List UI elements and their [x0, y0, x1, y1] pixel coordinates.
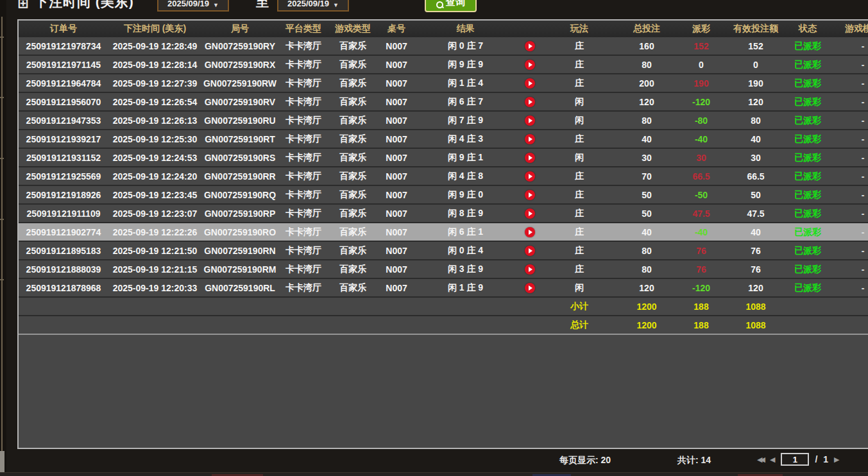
table-row[interactable]: 250919121878968 2025-09-19 12:20:33 GN00…	[19, 278, 868, 296]
cell-game-type: 百家乐	[328, 37, 377, 55]
cell-play-type: 庄	[544, 223, 615, 241]
cell-payout: 30	[679, 149, 724, 166]
table-row[interactable]: 250919121971145 2025-09-19 12:28:14 GN00…	[19, 55, 868, 73]
table-row[interactable]: 250919121939217 2025-09-19 12:25:30 GN00…	[19, 129, 868, 148]
table-row[interactable]: 250919121902774 2025-09-19 12:22:26 GN00…	[19, 222, 868, 241]
column-header: 订单号	[19, 21, 108, 37]
cell-table-no: N007	[377, 37, 416, 55]
page-number-input[interactable]	[781, 453, 809, 466]
cell-round-no: GN007259190RY	[201, 37, 278, 55]
replay-play-icon[interactable]	[525, 134, 535, 144]
cell-platform-type: 卡卡湾厅	[278, 223, 328, 241]
cell-game-mode: -	[828, 186, 868, 203]
cell-total-bet: 40	[615, 223, 679, 241]
query-button[interactable]: 查询	[425, 0, 477, 12]
cell-play-type: 闲	[544, 93, 615, 110]
replay-play-icon[interactable]	[525, 41, 535, 51]
left-edge-tick	[0, 37, 4, 38]
cell-result: 闲 9 庄 1	[416, 149, 515, 166]
cell-payout: -120	[679, 279, 724, 296]
column-header: 派彩	[679, 21, 724, 37]
replay-play-icon[interactable]	[525, 115, 535, 126]
replay-play-icon[interactable]	[525, 246, 535, 256]
table-row[interactable]: 250919121931152 2025-09-19 12:24:53 GN00…	[19, 148, 868, 166]
table-body: 250919121978734 2025-09-19 12:28:49 GN00…	[19, 37, 868, 296]
cell-payout: 152	[679, 37, 724, 55]
date-from-select[interactable]: 2025/09/19 ▼	[157, 0, 229, 12]
table-row[interactable]: 250919121978734 2025-09-19 12:28:49 GN00…	[19, 37, 868, 55]
prev-page-icon[interactable]: ◀	[770, 452, 775, 467]
replay-play-icon[interactable]	[525, 97, 535, 107]
cell-game-mode: -	[828, 130, 868, 148]
replay-play-icon[interactable]	[525, 171, 535, 182]
cell-round-no: GN007259190RP	[201, 205, 278, 222]
cell-play-type: 庄	[544, 167, 615, 185]
column-header: 平台类型	[278, 21, 328, 37]
cell-bet-time: 2025-09-19 12:23:45	[108, 186, 201, 203]
date-to-select[interactable]: 2025/09/19 ▼	[277, 0, 349, 12]
cell-game-type: 百家乐	[328, 242, 377, 259]
total-label: 总计	[544, 316, 615, 334]
cell-play-type: 庄	[544, 205, 615, 222]
replay-play-icon[interactable]	[525, 78, 535, 89]
cell-payout: -40	[679, 223, 724, 241]
cell-payout: -120	[679, 93, 724, 110]
pagination: ◀◀ ◀ / 1 ▶	[757, 452, 840, 467]
cell-payout: 76	[679, 242, 724, 259]
table-row[interactable]: 250919121918926 2025-09-19 12:23:45 GN00…	[19, 185, 868, 203]
left-edge-tick	[0, 219, 4, 220]
cell-replay	[515, 242, 544, 259]
cell-platform-type: 卡卡湾厅	[278, 167, 328, 185]
replay-play-icon[interactable]	[525, 60, 535, 70]
cell-order-no: 250919121931152	[19, 149, 108, 166]
cell-result: 闲 4 庄 8	[416, 167, 515, 185]
per-page-display: 每页显示: 20	[559, 455, 611, 466]
column-header: 结果	[416, 21, 515, 37]
replay-play-icon[interactable]	[525, 264, 535, 275]
date-range-to-label: 至	[256, 0, 269, 11]
column-header: 玩法	[544, 21, 615, 37]
search-icon	[436, 1, 443, 8]
date-from-value: 2025/09/19	[167, 0, 209, 8]
cell-total-bet: 50	[615, 186, 679, 203]
cell-order-no: 250919121971145	[19, 56, 108, 73]
replay-play-icon[interactable]	[525, 283, 535, 293]
table-row[interactable]: 250919121888039 2025-09-19 12:21:15 GN00…	[19, 259, 868, 278]
date-to-value: 2025/09/19	[287, 0, 329, 8]
replay-play-icon[interactable]	[525, 227, 535, 237]
cell-valid-bet: 40	[724, 130, 788, 148]
cell-table-no: N007	[377, 186, 416, 203]
first-page-icon[interactable]: ◀◀	[757, 452, 763, 467]
cell-status: 已派彩	[788, 37, 828, 55]
table-row[interactable]: 250919121925569 2025-09-19 12:24:20 GN00…	[19, 166, 868, 185]
table-row[interactable]: 250919121911109 2025-09-19 12:23:07 GN00…	[19, 203, 868, 222]
cell-status: 已派彩	[788, 260, 828, 278]
cell-order-no: 250919121956070	[19, 93, 108, 110]
bet-time-filter-label: 下注时间 (美东)	[35, 0, 134, 11]
cell-platform-type: 卡卡湾厅	[278, 242, 328, 259]
next-page-icon[interactable]: ▶	[834, 452, 839, 467]
cell-platform-type: 卡卡湾厅	[278, 260, 328, 278]
table-row[interactable]: 250919121956070 2025-09-19 12:26:54 GN00…	[19, 92, 868, 110]
cell-order-no: 250919121947353	[19, 112, 108, 129]
cell-valid-bet: 152	[724, 37, 788, 55]
per-page-label: 每页显示:	[559, 455, 599, 465]
page-separator: /	[815, 454, 817, 464]
table-row[interactable]: 250919121947353 2025-09-19 12:26:13 GN00…	[19, 110, 868, 129]
record-count-label: 共计:	[677, 455, 699, 465]
cell-status: 已派彩	[788, 130, 828, 148]
table-header-row: 订单号下注时间 (美东)局号平台类型游戏类型桌号结果玩法总投注派彩有效投注额状态…	[19, 21, 868, 37]
column-header: 游戏模式	[828, 21, 868, 37]
replay-play-icon[interactable]	[525, 208, 535, 219]
cell-platform-type: 卡卡湾厅	[278, 112, 328, 129]
left-edge-tick	[0, 158, 4, 159]
replay-play-icon[interactable]	[525, 153, 535, 163]
chevron-down-icon: ▼	[213, 2, 219, 8]
table-empty-area	[19, 334, 868, 446]
table-row[interactable]: 250919121895183 2025-09-19 12:21:50 GN00…	[19, 241, 868, 259]
cell-result: 闲 4 庄 3	[416, 130, 515, 148]
replay-play-icon[interactable]	[525, 190, 535, 200]
cell-bet-time: 2025-09-19 12:25:30	[108, 130, 201, 148]
cell-status: 已派彩	[788, 149, 828, 166]
table-row[interactable]: 250919121964784 2025-09-19 12:27:39 GN00…	[19, 73, 868, 92]
